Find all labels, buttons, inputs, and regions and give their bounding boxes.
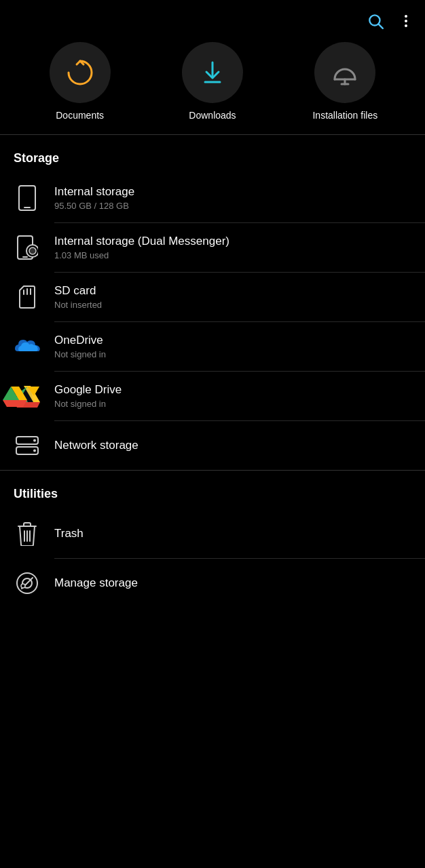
internal-storage-dual-text: Internal storage (Dual Messenger) 1.03 M…: [54, 235, 229, 260]
onedrive-text: OneDrive Not signed in: [54, 334, 106, 359]
search-icon[interactable]: [367, 12, 384, 30]
list-item-manage-storage[interactable]: Manage storage: [0, 559, 425, 608]
manage-storage-icon: [14, 570, 41, 597]
installation-circle: [314, 42, 375, 103]
google-drive-icon: [14, 382, 41, 410]
list-item-trash[interactable]: Trash: [0, 509, 425, 558]
more-options-icon[interactable]: [398, 13, 414, 29]
category-item-downloads[interactable]: Downloads: [172, 42, 253, 121]
header: [0, 0, 425, 37]
storage-section: Storage Internal storage 95.50 GB / 128 …: [0, 135, 425, 470]
list-item-google-drive[interactable]: Google Drive Not signed in: [0, 372, 425, 420]
svg-marker-32: [3, 400, 27, 407]
list-item-internal-storage[interactable]: Internal storage 95.50 GB / 128 GB: [0, 174, 425, 222]
internal-storage-title: Internal storage: [54, 185, 134, 199]
svg-rect-12: [19, 186, 35, 210]
list-item-onedrive[interactable]: OneDrive Not signed in: [0, 322, 425, 371]
onedrive-subtitle: Not signed in: [54, 349, 106, 359]
sd-card-subtitle: Not inserted: [54, 300, 102, 310]
svg-point-4: [405, 24, 407, 27]
utilities-section: Utilities Trash: [0, 471, 425, 608]
internal-storage-text: Internal storage 95.50 GB / 128 GB: [54, 185, 134, 211]
svg-point-3: [405, 20, 407, 22]
onedrive-title: OneDrive: [54, 334, 106, 347]
sd-card-icon: [14, 283, 41, 311]
svg-point-16: [29, 248, 36, 254]
google-drive-text: Google Drive Not signed in: [54, 383, 122, 409]
manage-storage-text: Manage storage: [54, 576, 138, 590]
network-storage-text: Network storage: [54, 439, 138, 452]
category-item-documents[interactable]: Documents: [39, 42, 121, 121]
network-storage-icon: [14, 432, 41, 459]
list-item-internal-storage-dual[interactable]: Internal storage (Dual Messenger) 1.03 M…: [0, 223, 425, 272]
manage-storage-title: Manage storage: [54, 576, 138, 590]
categories-row: Documents Downloads Installation files: [0, 37, 425, 134]
trash-text: Trash: [54, 527, 84, 540]
phone-icon: [14, 184, 41, 212]
downloads-label: Downloads: [189, 110, 236, 121]
trash-title: Trash: [54, 527, 84, 540]
svg-point-36: [33, 450, 36, 452]
list-item-sd-card[interactable]: SD card Not inserted: [0, 273, 425, 321]
google-drive-subtitle: Not signed in: [54, 399, 122, 409]
phone-dual-icon: [14, 234, 41, 261]
internal-storage-subtitle: 95.50 GB / 128 GB: [54, 201, 134, 211]
network-storage-title: Network storage: [54, 439, 138, 452]
svg-line-1: [379, 24, 383, 28]
internal-storage-dual-title: Internal storage (Dual Messenger): [54, 235, 229, 248]
installation-label: Installation files: [312, 110, 377, 121]
downloads-circle: [182, 42, 243, 103]
storage-section-title: Storage: [0, 135, 425, 174]
sd-card-text: SD card Not inserted: [54, 284, 102, 310]
internal-storage-dual-subtitle: 1.03 MB used: [54, 250, 229, 260]
list-item-network-storage[interactable]: Network storage: [0, 421, 425, 470]
trash-icon: [14, 520, 41, 547]
utilities-section-title: Utilities: [0, 471, 425, 509]
documents-label: Documents: [56, 110, 104, 121]
documents-circle: [50, 42, 111, 103]
svg-point-35: [33, 439, 36, 442]
category-item-installation[interactable]: Installation files: [304, 42, 386, 121]
svg-point-44: [21, 584, 25, 588]
onedrive-icon: [14, 333, 41, 360]
svg-point-2: [405, 15, 407, 18]
sd-card-title: SD card: [54, 284, 102, 298]
google-drive-title: Google Drive: [54, 383, 122, 397]
